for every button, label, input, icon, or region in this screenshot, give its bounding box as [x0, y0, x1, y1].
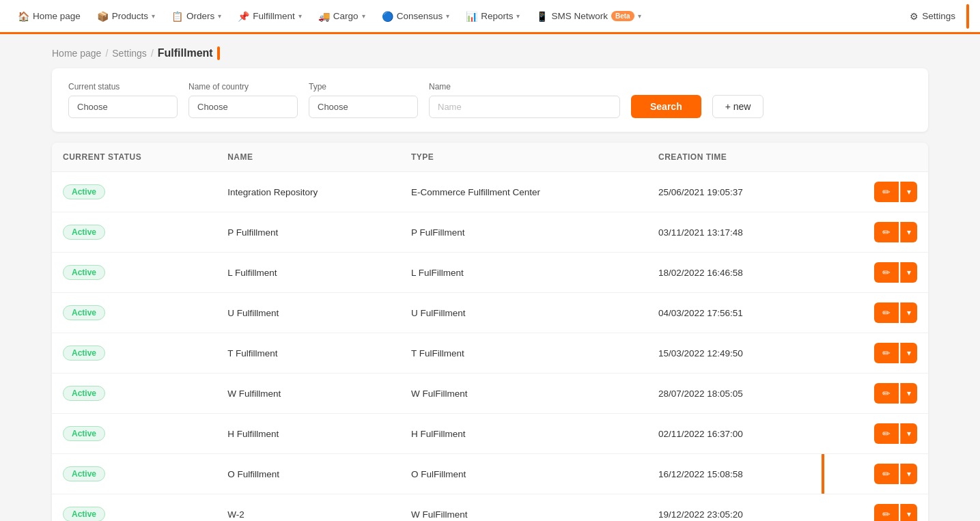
cell-creation-time: 28/07/2022 18:05:05 — [647, 374, 822, 414]
action-group: ✏ ▾ — [832, 464, 917, 484]
dropdown-button[interactable]: ▾ — [900, 423, 917, 444]
nav-settings[interactable]: ⚙ Settings — [903, 5, 962, 27]
nav-settings-label: Settings — [922, 11, 955, 21]
action-group: ✏ ▾ — [832, 182, 917, 202]
cell-type: H FulFillment — [400, 414, 647, 454]
dropdown-button[interactable]: ▾ — [900, 262, 917, 283]
cell-type: L FulFillment — [400, 253, 647, 293]
edit-button[interactable]: ✏ — [874, 182, 899, 202]
reports-chevron-icon: ▾ — [516, 12, 520, 20]
dropdown-button[interactable]: ▾ — [900, 383, 917, 404]
cell-name: T Fulfillment — [216, 333, 400, 374]
cell-actions: ✏ ▾ — [822, 253, 928, 293]
breadcrumb-accent-bar — [217, 46, 220, 60]
cell-status: Active — [52, 374, 216, 414]
nav-reports[interactable]: 📊 Reports ▾ — [459, 5, 527, 27]
search-button[interactable]: Search — [631, 95, 701, 118]
dropdown-button[interactable]: ▾ — [900, 464, 917, 484]
dropdown-button[interactable]: ▾ — [900, 222, 917, 242]
table-row: Active L Fulfillment L FulFillment 18/02… — [52, 253, 928, 293]
dropdown-button[interactable]: ▾ — [900, 343, 917, 363]
edit-button[interactable]: ✏ — [874, 343, 899, 363]
edit-button[interactable]: ✏ — [874, 423, 899, 444]
edit-button[interactable]: ✏ — [874, 464, 899, 484]
status-badge: Active — [63, 346, 105, 361]
nav-fulfillment[interactable]: 📌 Fulfillment ▾ — [231, 5, 309, 27]
filter-status-label: Current status — [68, 82, 178, 91]
nav-consensus[interactable]: 🔵 Consensus ▾ — [375, 5, 457, 27]
cargo-icon: 🚚 — [318, 11, 330, 22]
table-row: Active W Fulfillment W FulFillment 28/07… — [52, 374, 928, 414]
table-row: Active H Fulfillment H FulFillment 02/11… — [52, 414, 928, 454]
nav-products-label: Products — [112, 11, 148, 21]
table-row: Active T Fulfillment T FulFillment 15/03… — [52, 333, 928, 374]
col-type: Type — [400, 143, 647, 172]
cell-creation-time: 03/11/2021 13:17:48 — [647, 212, 822, 253]
cell-name: U Fulfillment — [216, 293, 400, 333]
nav-consensus-label: Consensus — [397, 11, 443, 21]
dropdown-button[interactable]: ▾ — [900, 302, 917, 323]
cell-name: W-2 — [216, 494, 400, 522]
cell-status: Active — [52, 414, 216, 454]
cargo-chevron-icon: ▾ — [362, 12, 365, 20]
edit-button[interactable]: ✏ — [874, 222, 899, 242]
edit-button[interactable]: ✏ — [874, 302, 899, 323]
breadcrumb-home[interactable]: Home page — [52, 48, 101, 59]
cell-status: Active — [52, 293, 216, 333]
main-content: Current status Choose Name of country Ch… — [0, 68, 980, 521]
edit-button[interactable]: ✏ — [874, 262, 899, 283]
home-icon: 🏠 — [18, 11, 29, 22]
table-row: Active Integration Repository E-Commerce… — [52, 172, 928, 212]
action-group: ✏ ▾ — [832, 343, 917, 363]
beta-badge: Beta — [611, 11, 634, 21]
filter-status-select[interactable]: Choose — [68, 96, 178, 118]
cell-type: E-Commerce Fulfillment Center — [400, 172, 647, 212]
nav-home-label: Home page — [33, 11, 81, 21]
cell-actions: ✏ ▾ — [822, 212, 928, 253]
cell-actions: ✏ ▾ — [822, 172, 928, 212]
cell-creation-time: 04/03/2022 17:56:51 — [647, 293, 822, 333]
action-group: ✏ ▾ — [832, 262, 917, 283]
dropdown-button[interactable]: ▾ — [900, 182, 917, 202]
status-badge: Active — [63, 265, 105, 280]
nav-active-bar — [966, 4, 969, 29]
nav-cargo-label: Cargo — [333, 11, 359, 21]
fulfillment-table: Current Status Name Type Creation Time A… — [52, 143, 928, 521]
dropdown-button[interactable]: ▾ — [900, 504, 917, 521]
breadcrumb-settings[interactable]: Settings — [112, 48, 147, 59]
table-body: Active Integration Repository E-Commerce… — [52, 172, 928, 522]
cell-type: O FulFillment — [400, 454, 647, 494]
cell-creation-time: 16/12/2022 15:08:58 — [647, 454, 822, 494]
nav-products[interactable]: 📦 Products ▾ — [90, 5, 162, 27]
nav-orders[interactable]: 📋 Orders ▾ — [165, 5, 228, 27]
nav-reports-label: Reports — [481, 11, 513, 21]
filter-type-label: Type — [309, 82, 418, 91]
filter-name-label: Name — [429, 82, 620, 91]
cell-actions: ✏ ▾ — [822, 333, 928, 374]
edit-button[interactable]: ✏ — [874, 383, 899, 404]
cell-type: W FulFillment — [400, 374, 647, 414]
filter-country-select[interactable]: Choose — [188, 96, 298, 118]
nav-cargo[interactable]: 🚚 Cargo ▾ — [311, 5, 372, 27]
action-group: ✏ ▾ — [832, 383, 917, 404]
cell-actions: ✏ ▾ — [822, 454, 928, 494]
breadcrumb-sep-1: / — [105, 48, 108, 59]
cell-actions: ✏ ▾ — [822, 414, 928, 454]
cell-status: Active — [52, 172, 216, 212]
cell-name: O Fulfillment — [216, 454, 400, 494]
nav-home[interactable]: 🏠 Home page — [11, 5, 87, 27]
table-row: Active U Fulfillment U FulFillment 04/03… — [52, 293, 928, 333]
consensus-icon: 🔵 — [382, 11, 393, 22]
cell-creation-time: 18/02/2022 16:46:58 — [647, 253, 822, 293]
col-actions — [822, 143, 928, 172]
nav-sms-network[interactable]: 📱 SMS Network Beta ▾ — [529, 5, 647, 27]
reports-icon: 📊 — [466, 11, 477, 22]
breadcrumb-current: Fulfillment — [158, 46, 220, 60]
filter-name-input[interactable] — [429, 96, 620, 118]
new-button[interactable]: + new — [712, 95, 764, 118]
edit-button[interactable]: ✏ — [874, 504, 899, 521]
cell-status: Active — [52, 333, 216, 374]
cell-type: T FulFillment — [400, 333, 647, 374]
filter-type-select[interactable]: Choose — [309, 96, 418, 118]
status-badge: Active — [63, 386, 105, 401]
